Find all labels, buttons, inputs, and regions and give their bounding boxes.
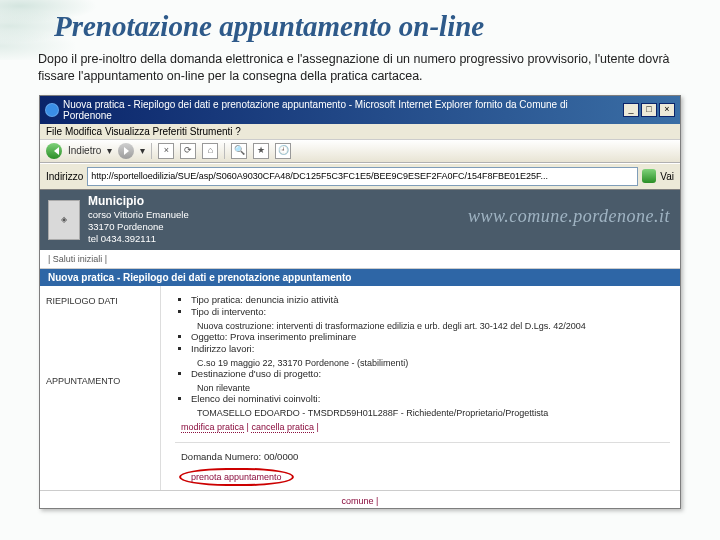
crest-icon: ◈ bbox=[48, 200, 80, 240]
page-heading: Nuova pratica - Riepilogo dei dati e pre… bbox=[40, 269, 680, 286]
page-footer-link[interactable]: comune | bbox=[40, 490, 680, 508]
list-subitem: Non rilevante bbox=[197, 383, 670, 393]
browser-window: Nuova pratica - Riepilogo dei dati e pre… bbox=[39, 95, 681, 509]
link-cancella-pratica[interactable]: cancella pratica bbox=[251, 422, 314, 433]
subnav[interactable]: | Saluti iniziali | bbox=[40, 250, 680, 269]
link-modifica-pratica[interactable]: modifica pratica bbox=[181, 422, 244, 433]
stop-icon[interactable]: × bbox=[158, 143, 174, 159]
list-item: Oggetto: Prova inserimento preliminare bbox=[191, 331, 670, 342]
list-item: Tipo di intervento: bbox=[191, 306, 670, 317]
list-subitem: Nuova costruzione: interventi di trasfor… bbox=[197, 321, 670, 331]
link-prenota-appuntamento[interactable]: prenota appuntamento bbox=[179, 468, 294, 486]
slide-title: Prenotazione appuntamento on-line bbox=[54, 10, 682, 43]
domanda-numero: Domanda Numero: 00/0000 bbox=[181, 451, 670, 462]
toolbar: Indietro ▾ ▾ × ⟳ ⌂ 🔍 ★ 🕘 bbox=[40, 140, 680, 163]
menubar[interactable]: File Modifica Visualizza Preferiti Strum… bbox=[40, 124, 680, 140]
list-item: Destinazione d'uso di progetto: bbox=[191, 368, 670, 379]
address-label: Indirizzo bbox=[46, 171, 83, 182]
history-icon[interactable]: 🕘 bbox=[275, 143, 291, 159]
ie-icon bbox=[45, 103, 59, 117]
banner-line2: 33170 Pordenone bbox=[88, 221, 164, 232]
window-titlebar: Nuova pratica - Riepilogo dei dati e pre… bbox=[40, 96, 680, 124]
list-subitem: C.so 19 maggio 22, 33170 Pordenone - (st… bbox=[197, 358, 670, 368]
go-button[interactable] bbox=[642, 169, 656, 183]
list-item: Elenco dei nominativi coinvolti: bbox=[191, 393, 670, 404]
page-content: ◈ Municipio corso Vittorio Emanuele 3317… bbox=[40, 189, 680, 508]
maximize-button[interactable]: □ bbox=[641, 103, 657, 117]
back-icon[interactable] bbox=[46, 143, 62, 159]
home-icon[interactable]: ⌂ bbox=[202, 143, 218, 159]
slide-intro: Dopo il pre-inoltro della domanda elettr… bbox=[38, 51, 682, 85]
list-subitem: TOMASELLO EDOARDO - TMSDRD59H01L288F - R… bbox=[197, 408, 670, 418]
refresh-icon[interactable]: ⟳ bbox=[180, 143, 196, 159]
back-button[interactable]: Indietro bbox=[68, 145, 101, 156]
close-button[interactable]: × bbox=[659, 103, 675, 117]
minimize-button[interactable]: _ bbox=[623, 103, 639, 117]
left-label-appuntamento: APPUNTAMENTO bbox=[46, 376, 154, 386]
favorites-icon[interactable]: ★ bbox=[253, 143, 269, 159]
site-banner: ◈ Municipio corso Vittorio Emanuele 3317… bbox=[40, 190, 680, 250]
list-item: Tipo pratica: denuncia inizio attività bbox=[191, 294, 670, 305]
search-icon[interactable]: 🔍 bbox=[231, 143, 247, 159]
window-title: Nuova pratica - Riepilogo dei dati e pre… bbox=[63, 99, 619, 121]
banner-municipio: Municipio bbox=[88, 194, 144, 208]
forward-icon[interactable] bbox=[118, 143, 134, 159]
go-label: Vai bbox=[660, 171, 674, 182]
address-bar: Indirizzo Vai bbox=[40, 163, 680, 189]
banner-domain: www.comune.pordenone.it bbox=[468, 206, 670, 227]
left-label-riepilogo: RIEPILOGO DATI bbox=[46, 296, 154, 306]
banner-line3: tel 0434.392111 bbox=[88, 233, 156, 244]
list-item: Indirizzo lavori: bbox=[191, 343, 670, 354]
banner-line1: corso Vittorio Emanuele bbox=[88, 209, 189, 220]
address-input[interactable] bbox=[87, 167, 638, 186]
